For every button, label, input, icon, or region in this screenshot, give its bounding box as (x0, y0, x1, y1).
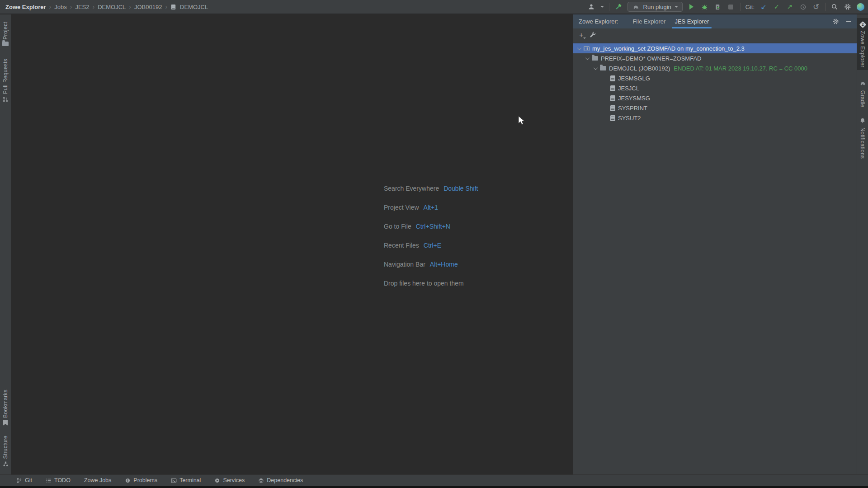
chevron-down-icon[interactable] (600, 6, 604, 8)
rollback-button[interactable]: ↺ (812, 3, 820, 11)
hint-row: Drop files here to open them (384, 278, 478, 288)
account-avatar[interactable] (857, 3, 864, 11)
hint-shortcut: Double Shift (443, 185, 478, 192)
run-with-coverage-button[interactable] (714, 3, 722, 11)
left-tool-window-stripe: Project Pull Requests Bookmarks Structur… (0, 14, 11, 474)
tree-row-working-set[interactable]: my_jes_working_set ZOSMFAD on my_connect… (573, 43, 857, 53)
tool-window-button-label: Problems (133, 477, 157, 483)
breadcrumb-separator-icon: › (129, 3, 131, 10)
tree-label: PREFIX=DEMO* OWNER=ZOSMFAD (601, 55, 701, 62)
minimize-icon[interactable] (846, 21, 851, 22)
build-hammer-icon[interactable] (614, 3, 623, 11)
sidebar-item-pull-requests[interactable]: Pull Requests (0, 56, 11, 107)
right-tool-window-stripe: Z Zowe Explorer Gradle Notifications (857, 14, 868, 474)
jes-explorer-tree: my_jes_working_set ZOSMFAD on my_connect… (573, 42, 857, 123)
stripe-label: Bookmarks (2, 389, 9, 418)
services-icon (214, 478, 220, 483)
sidebar-item-project[interactable]: Project (0, 19, 11, 49)
add-button[interactable]: + (579, 32, 583, 39)
sidebar-item-notifications[interactable]: Notifications (857, 115, 868, 161)
mouse-cursor (518, 116, 526, 126)
tab-file-explorer[interactable]: File Explorer (628, 14, 670, 28)
breadcrumb-item[interactable]: JES2 (75, 4, 89, 10)
hint-shortcut: Alt+1 (424, 204, 438, 211)
stop-button[interactable] (727, 3, 735, 11)
window-bottom-edge (0, 486, 868, 488)
settings-gear-icon[interactable] (844, 3, 852, 11)
tool-window-button-services[interactable]: Services (214, 477, 245, 483)
tree-row-spool-file[interactable]: SYSPRINT (573, 103, 857, 113)
git-branch-icon (16, 478, 22, 483)
drop-files-hint: Drop files here to open them (384, 280, 464, 287)
tree-label: DEMOJCL (JOB00192) (609, 65, 670, 72)
tool-window-button-label: Terminal (179, 477, 201, 483)
git-push-button[interactable]: ↗ (786, 3, 794, 11)
run-button[interactable] (688, 3, 696, 11)
search-everywhere-icon[interactable] (830, 3, 839, 11)
tree-row-spool-file[interactable]: JESMSGLG (573, 73, 857, 83)
chevron-down-icon[interactable] (594, 66, 598, 70)
tree-label: SYSPRINT (618, 105, 647, 112)
problems-icon (125, 478, 131, 483)
tool-window-button-todo[interactable]: TODO (46, 477, 71, 483)
sidebar-item-zowe-explorer[interactable]: Z Zowe Explorer (857, 18, 868, 70)
git-commit-button[interactable]: ✓ (773, 3, 781, 11)
bookmark-icon (3, 420, 8, 426)
zowe-icon: Z (859, 21, 866, 28)
tree-label: JESYSMSG (618, 95, 650, 102)
tree-row-job[interactable]: DEMOJCL (JOB00192) ENDED AT: 01 MAR 2023… (573, 63, 857, 73)
toolbar-separator (825, 3, 826, 11)
breadcrumb-item[interactable]: JOB00192 (134, 4, 162, 10)
stripe-label: Notifications (859, 127, 866, 159)
breadcrumb-separator-icon: › (165, 3, 167, 10)
hint-shortcut: Ctrl+Shift+N (416, 223, 450, 230)
breadcrumb-item[interactable]: Jobs (54, 4, 66, 10)
user-profile-icon[interactable] (587, 3, 595, 11)
tree-row-spool-file[interactable]: JESJCL (573, 83, 857, 93)
sidebar-item-structure[interactable]: Structure (0, 433, 11, 471)
stripe-label: Pull Requests (2, 59, 9, 94)
stripe-label: Project (2, 22, 9, 39)
debug-button[interactable] (701, 3, 709, 11)
file-icon (171, 4, 175, 9)
tab-jes-explorer[interactable]: JES Explorer (670, 14, 713, 28)
breadcrumb: Zowe Explorer › Jobs › JES2 › DEMOJCL › … (5, 3, 208, 10)
chevron-down-icon[interactable] (585, 56, 590, 60)
chevron-down-icon (583, 38, 586, 39)
toolbar-separator (609, 3, 609, 11)
breadcrumb-item[interactable]: DEMOJCL (180, 4, 208, 10)
tree-row-prefix-filter[interactable]: PREFIX=DEMO* OWNER=ZOSMFAD (573, 53, 857, 63)
tree-row-spool-file[interactable]: SYSUT2 (573, 113, 857, 123)
chevron-down-icon[interactable] (577, 46, 582, 50)
run-configuration-selector[interactable]: Run plugin (627, 2, 683, 12)
main-toolbar: Zowe Explorer › Jobs › JES2 › DEMOJCL › … (0, 0, 868, 14)
tool-window-toolbar: + (573, 28, 857, 42)
tree-row-spool-file[interactable]: JESYSMSG (573, 93, 857, 103)
tool-window-button-terminal[interactable]: Terminal (171, 477, 201, 483)
sidebar-item-gradle[interactable]: Gradle (857, 77, 868, 110)
hint-shortcut: Ctrl+E (424, 242, 441, 249)
tree-label: SYSUT2 (618, 115, 641, 122)
stripe-label: Zowe Explorer (859, 31, 866, 67)
hint-row: Go to File Ctrl+Shift+N (384, 221, 478, 231)
tool-window-settings-gear-icon[interactable] (831, 18, 840, 26)
breadcrumb-item[interactable]: Zowe Explorer (5, 4, 46, 10)
tool-window-button-zowe-jobs[interactable]: Zowe Jobs (84, 477, 111, 483)
history-clock-icon[interactable] (799, 3, 807, 11)
breadcrumb-item[interactable]: DEMOJCL (98, 4, 126, 10)
breadcrumb-separator-icon: › (49, 3, 52, 10)
tool-window-button-dependencies[interactable]: Dependencies (258, 477, 303, 483)
toolbar-actions: Run plugin Git: ↙ ✓ ↗ ↺ (587, 0, 864, 14)
git-label: Git: (745, 4, 755, 10)
sidebar-item-bookmarks[interactable]: Bookmarks (0, 387, 11, 428)
tool-window-header: Zowe Explorer: File Explorer JES Explore… (573, 14, 857, 28)
editor-shortcut-hints: Search Everywhere Double Shift Project V… (384, 183, 478, 297)
wrench-settings-icon[interactable] (590, 31, 596, 39)
tool-window-button-problems[interactable]: Problems (125, 477, 157, 483)
stripe-label: Structure (2, 436, 9, 459)
hint-row: Search Everywhere Double Shift (384, 183, 478, 193)
tree-label: my_jes_working_set ZOSMFAD on my_connect… (592, 45, 745, 52)
zowe-explorer-tool-window: Zowe Explorer: File Explorer JES Explore… (573, 14, 857, 474)
git-update-button[interactable]: ↙ (760, 3, 768, 11)
tool-window-button-git[interactable]: Git (16, 477, 32, 483)
